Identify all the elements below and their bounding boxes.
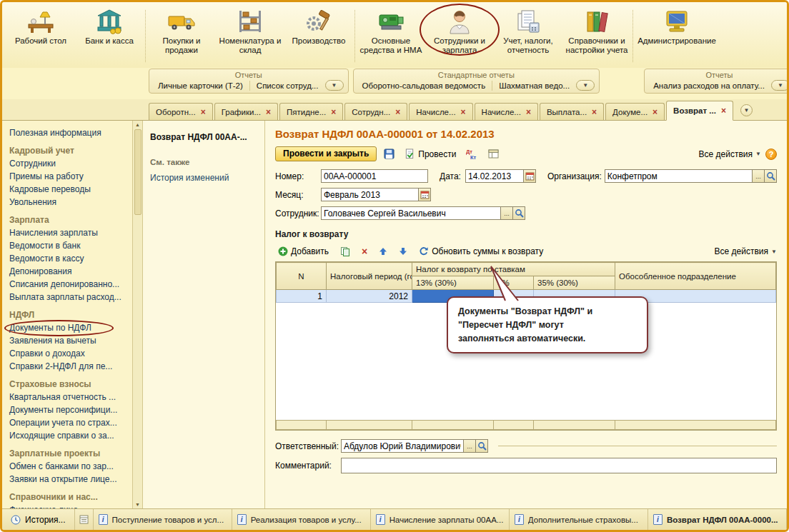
column-header-period[interactable]: Налоговый период (год) bbox=[327, 263, 412, 290]
tab-nachisle-2[interactable]: Начисле...× bbox=[475, 103, 538, 120]
sidebar-item[interactable]: Начисления зарплаты bbox=[9, 228, 128, 238]
add-row-button[interactable]: Добавить bbox=[275, 244, 332, 259]
organization-open-button[interactable] bbox=[765, 169, 777, 183]
taskbar-item-nachislenie[interactable]: i Начисление зарплаты 00АА... bbox=[371, 509, 510, 530]
ribbon-item-desktop[interactable]: Рабочий стол bbox=[6, 6, 75, 46]
organization-select-button[interactable]: ... bbox=[753, 169, 765, 183]
help-button[interactable]: ? bbox=[765, 149, 777, 160]
sidebar-scrollbar[interactable]: ▲ ▼ bbox=[132, 121, 142, 508]
ribbon-item-taxes[interactable]: Учет, налоги, отчетность bbox=[494, 6, 562, 55]
scroll-thumb[interactable] bbox=[134, 129, 142, 215]
ribbon-item-fixed-assets[interactable]: Основные средства и НМА bbox=[357, 6, 425, 55]
dt-kt-button[interactable]: ДтКт bbox=[463, 146, 481, 161]
tab-close-icon[interactable]: × bbox=[652, 108, 658, 116]
refresh-amounts-button[interactable]: Обновить суммы к возврату bbox=[416, 244, 546, 259]
tab-oborotn[interactable]: Оборотн...× bbox=[149, 103, 213, 120]
sidebar-item[interactable]: Депонирования bbox=[9, 266, 128, 276]
sidebar-item[interactable]: Физические лица bbox=[9, 505, 128, 508]
report-button[interactable]: Список сотруд... bbox=[252, 81, 323, 91]
sidebar-item[interactable]: Справки 2-НДФЛ для пе... bbox=[9, 361, 128, 371]
history-button[interactable]: История... bbox=[2, 509, 75, 530]
move-up-button[interactable] bbox=[376, 245, 390, 258]
organization-field[interactable] bbox=[605, 169, 753, 183]
column-header-tax-group[interactable]: Налог к возврату по ставкам bbox=[412, 263, 615, 276]
sidebar-item[interactable]: Заявки на открытие лице... bbox=[9, 474, 128, 484]
report-button[interactable]: Шахматная ведо... bbox=[495, 81, 574, 91]
all-actions-button[interactable]: Все действия▼ bbox=[699, 149, 761, 159]
taskbar-item-realizaciya[interactable]: i Реализация товаров и услу... bbox=[232, 509, 371, 530]
tab-close-icon[interactable]: × bbox=[266, 108, 271, 116]
group-more-button[interactable]: ▼ bbox=[771, 80, 789, 91]
ribbon-item-employees[interactable]: Сотрудники и зарплата bbox=[425, 6, 494, 55]
scroll-down-icon[interactable]: ▼ bbox=[135, 502, 140, 507]
column-header-35[interactable]: 35% (30%) bbox=[534, 276, 615, 290]
sidebar-item[interactable]: Списания депонированно... bbox=[9, 279, 128, 289]
column-header-13[interactable]: 13% (30%) bbox=[412, 276, 494, 290]
tab-nachisle-1[interactable]: Начисле...× bbox=[409, 103, 472, 120]
comment-field[interactable] bbox=[341, 458, 777, 473]
save-button[interactable] bbox=[381, 146, 397, 161]
employee-select-button[interactable]: ... bbox=[501, 206, 513, 220]
taskbar-item-vozvrat-ndfl[interactable]: i Возврат НДФЛ 00АА-0000... bbox=[648, 509, 787, 530]
sidebar-item[interactable]: Кадровые переводы bbox=[9, 184, 128, 194]
tab-list-button[interactable]: ▼ bbox=[740, 104, 753, 116]
sidebar-item[interactable]: Увольнения bbox=[9, 197, 128, 207]
sidebar-item[interactable]: Квартальная отчетность ... bbox=[9, 392, 128, 402]
column-header-9[interactable]: 9% bbox=[494, 276, 534, 290]
month-calendar-button[interactable] bbox=[419, 188, 431, 201]
responsible-open-button[interactable] bbox=[476, 439, 488, 453]
taskbar-item-dopolnitelnye[interactable]: i Дополнительные страховы... bbox=[510, 509, 648, 530]
employee-open-button[interactable] bbox=[513, 206, 525, 220]
delete-row-button[interactable]: × bbox=[359, 244, 370, 259]
tab-close-icon[interactable]: × bbox=[201, 108, 206, 116]
tab-close-icon[interactable]: × bbox=[592, 108, 597, 116]
report-button[interactable]: Личные карточки (Т-2) bbox=[154, 81, 247, 91]
tab-grafiki[interactable]: Графики...× bbox=[214, 103, 278, 120]
move-down-button[interactable] bbox=[396, 245, 410, 258]
scroll-up-icon[interactable]: ▲ bbox=[135, 122, 140, 127]
tab-pyatidne[interactable]: Пятидне...× bbox=[279, 103, 343, 120]
sidebar-item[interactable]: Документы персонифици... bbox=[9, 405, 128, 415]
ribbon-item-administration[interactable]: Администрирование bbox=[635, 6, 719, 46]
cell-period[interactable]: 2012 bbox=[327, 290, 412, 303]
sidebar-item[interactable]: Сотрудники bbox=[9, 159, 128, 169]
report-button[interactable]: Анализ расходов на оплату... bbox=[649, 81, 769, 91]
post-and-close-button[interactable]: Провести и закрыть bbox=[275, 146, 377, 161]
history-changes-link[interactable]: История изменений bbox=[150, 173, 257, 183]
sidebar-item[interactable]: Приемы на работу bbox=[9, 171, 128, 181]
sidebar-item[interactable]: Обмен с банками по зар... bbox=[9, 461, 128, 471]
month-field[interactable] bbox=[321, 188, 419, 201]
sidebar-item[interactable]: Заявления на вычеты bbox=[9, 336, 128, 346]
tab-sotrudn[interactable]: Сотрудн...× bbox=[344, 103, 407, 120]
tab-vozvrat-active[interactable]: Возврат ...× bbox=[666, 101, 733, 121]
ribbon-item-purchases[interactable]: Покупки и продажи bbox=[147, 6, 216, 55]
ribbon-item-warehouse[interactable]: Номенклатура и склад bbox=[216, 6, 284, 55]
date-calendar-button[interactable] bbox=[524, 169, 536, 183]
sidebar-item[interactable]: Ведомости в кассу bbox=[9, 254, 128, 264]
sidebar-item-useful-info[interactable]: Полезная информация bbox=[9, 128, 128, 138]
sidebar-item[interactable]: Операции учета по страх... bbox=[9, 418, 128, 428]
copy-row-button[interactable] bbox=[337, 244, 353, 259]
ribbon-item-references[interactable]: Справочники и настройки учета bbox=[562, 6, 631, 55]
tab-close-icon[interactable]: × bbox=[331, 108, 336, 116]
sidebar-item[interactable]: Исходящие справки о за... bbox=[9, 431, 128, 441]
ribbon-item-bank[interactable]: Банк и касса bbox=[75, 6, 144, 46]
taskbar-item-postuplenie[interactable]: i Поступление товаров и усл... bbox=[94, 509, 232, 530]
cell-n[interactable]: 1 bbox=[277, 290, 327, 303]
group-more-button[interactable]: ▼ bbox=[576, 80, 595, 91]
column-header-n[interactable]: N bbox=[277, 263, 327, 290]
number-field[interactable] bbox=[321, 169, 428, 183]
employee-field[interactable] bbox=[321, 206, 501, 220]
responsible-select-button[interactable]: ... bbox=[464, 439, 476, 453]
tab-close-icon[interactable]: × bbox=[721, 106, 726, 115]
responsible-field[interactable] bbox=[341, 439, 464, 453]
column-header-separate-division[interactable]: Обособленное подразделение bbox=[615, 263, 776, 290]
sidebar-item-dokumenty-po-ndfl[interactable]: Документы по НДФЛ bbox=[9, 323, 128, 333]
sidebar-item[interactable]: Ведомости в банк bbox=[9, 241, 128, 251]
report-button[interactable]: Оборотно-сальдовая ведомость bbox=[358, 81, 490, 91]
tab-close-icon[interactable]: × bbox=[395, 108, 400, 116]
tab-dokume[interactable]: Докуме...× bbox=[605, 103, 665, 120]
sidebar-item[interactable]: Справки о доходах bbox=[9, 348, 128, 358]
table-all-actions-button[interactable]: Все действия▼ bbox=[715, 246, 777, 256]
tab-close-icon[interactable]: × bbox=[461, 108, 466, 116]
